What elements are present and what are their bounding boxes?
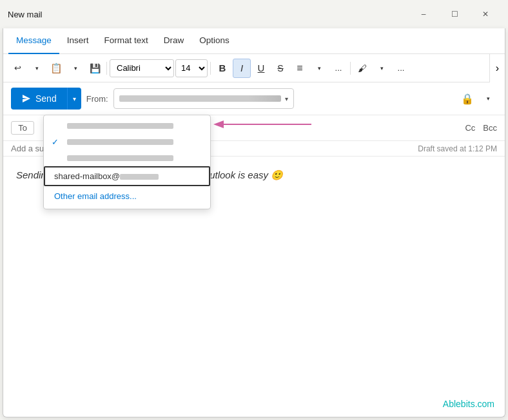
italic-button[interactable]: I <box>233 59 251 78</box>
divider-3 <box>350 62 351 75</box>
send-icon <box>21 93 32 104</box>
from-dropdown-item-3-text <box>67 155 173 161</box>
from-dropdown-item-shared[interactable]: shared-mailbox@ <box>44 166 210 186</box>
from-dropdown-menu: ✓ shared-mailbox@ Other email address... <box>43 115 211 209</box>
undo-dropdown-button[interactable]: ▾ <box>28 59 46 78</box>
other-email-option[interactable]: Other email address... <box>44 186 210 206</box>
clipboard-dropdown-button[interactable]: ▾ <box>66 59 84 78</box>
menu-item-message[interactable]: Message <box>8 28 59 54</box>
format-painter-button[interactable]: 🖌 <box>353 59 371 78</box>
shared-mailbox-label: shared-mailbox@ <box>54 171 159 181</box>
toolbar: ↩ ▾ 📋 ▾ 💾 Calibri 14 B I U S ≡ ▾ ... 🖌 ▾… <box>3 54 505 82</box>
font-size-select[interactable]: 14 <box>175 59 208 77</box>
line-spacing-button[interactable]: ≡ <box>291 59 309 78</box>
menu-item-options[interactable]: Options <box>191 28 237 54</box>
send-dropdown-button[interactable]: ▾ <box>67 88 81 110</box>
from-dropdown-item-2[interactable]: ✓ <box>44 134 210 150</box>
window-controls: – ☐ ✕ <box>409 4 500 24</box>
undo-button[interactable]: ↩ <box>8 59 26 78</box>
draft-saved-status: Draft saved at 1:12 PM <box>418 144 497 153</box>
from-dropdown-item-3[interactable] <box>44 150 210 166</box>
security-button[interactable]: 🔒 <box>458 89 476 108</box>
underline-button[interactable]: U <box>252 59 270 78</box>
divider-2 <box>210 62 211 75</box>
arrow-annotation <box>210 115 313 134</box>
menu-item-draw[interactable]: Draw <box>156 28 192 54</box>
title-bar: New mail – ☐ ✕ <box>0 0 508 28</box>
strikethrough-button[interactable]: S <box>271 59 289 78</box>
from-dropdown-item-2-text <box>67 139 173 145</box>
from-label: From: <box>86 94 108 104</box>
from-dropdown-item-1-text <box>67 123 173 129</box>
line-spacing-dropdown[interactable]: ▾ <box>310 59 328 78</box>
clipboard-button[interactable]: 📋 <box>47 59 65 78</box>
menu-bar: Message Insert Format text Draw Options <box>3 28 505 54</box>
menu-item-insert[interactable]: Insert <box>59 28 97 54</box>
from-address-blurred <box>119 95 281 102</box>
security-dropdown[interactable]: ▾ <box>479 89 497 108</box>
window-title: New mail <box>8 10 42 19</box>
ribbon-scroll-button[interactable]: › <box>489 54 505 82</box>
from-dropdown-arrow: ▾ <box>285 95 288 102</box>
send-button[interactable]: Send <box>11 88 67 110</box>
font-name-select[interactable]: Calibri <box>110 59 174 77</box>
to-label: To <box>11 121 34 135</box>
maximize-button[interactable]: ☐ <box>440 4 469 24</box>
minimize-button[interactable]: – <box>409 4 438 24</box>
send-bar: Send ▾ From: ▾ 🔒 ▾ <box>3 82 505 115</box>
close-button[interactable]: ✕ <box>471 4 500 24</box>
from-address-selector[interactable]: ▾ <box>113 88 294 109</box>
send-button-group: Send ▾ <box>11 88 81 110</box>
bold-button[interactable]: B <box>213 59 231 78</box>
format-painter-dropdown[interactable]: ▾ <box>373 59 391 78</box>
more-text-options-button[interactable]: ... <box>329 59 347 78</box>
app-window: Message Insert Format text Draw Options … <box>3 28 505 417</box>
more-toolbar-button[interactable]: ... <box>392 59 410 78</box>
from-dropdown-item-1[interactable] <box>44 118 210 134</box>
compose-area: Send ▾ From: ▾ 🔒 ▾ <box>3 82 505 417</box>
cc-button[interactable]: Cc <box>465 123 475 133</box>
save-button[interactable]: 💾 <box>86 59 104 78</box>
menu-item-format-text[interactable]: Format text <box>97 28 156 54</box>
send-dropdown-arrow: ▾ <box>73 95 76 102</box>
app-footer: Ablebits.com <box>443 399 494 409</box>
footer-text: Ablebits.com <box>443 399 494 409</box>
cc-bcc-controls: Cc Bcc <box>465 123 497 133</box>
checkmark-icon: ✓ <box>52 137 59 147</box>
bcc-button[interactable]: Bcc <box>483 123 497 133</box>
divider-1 <box>106 62 107 75</box>
send-bar-actions: 🔒 ▾ <box>458 89 497 108</box>
